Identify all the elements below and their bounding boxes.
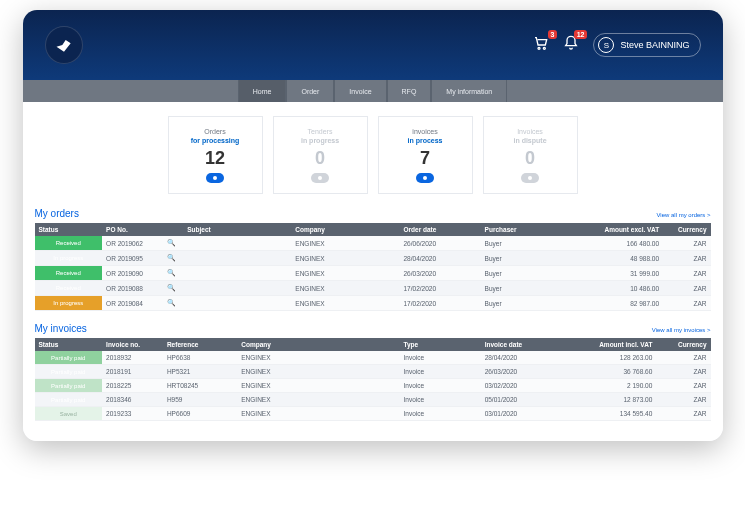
table-row[interactable]: Partially paid2018346H959ENGINEXInvoice0…	[35, 393, 711, 407]
logo[interactable]	[45, 26, 83, 64]
card-line1: Tenders	[308, 128, 333, 135]
date-cell: 26/03/2020	[400, 266, 481, 281]
company-cell: ENGINEX	[237, 407, 399, 421]
subject-cell	[183, 236, 291, 251]
notifications-button[interactable]: 12	[563, 35, 579, 55]
table-row[interactable]: Saved2019233HP6609ENGINEXInvoice03/01/20…	[35, 407, 711, 421]
status-badge: Received	[35, 236, 103, 251]
type-cell: Invoice	[400, 351, 481, 365]
col-company: Company	[291, 223, 399, 236]
amount-cell: 36 768.60	[562, 365, 657, 379]
svg-point-0	[538, 47, 540, 49]
status-badge: Received	[35, 266, 103, 281]
user-name: Steve BAINNING	[620, 40, 689, 50]
status-badge: In progress	[35, 296, 103, 311]
user-menu[interactable]: S Steve BAINNING	[593, 33, 700, 57]
amount-cell: 12 873.00	[562, 393, 657, 407]
footer-space	[23, 429, 723, 441]
nav-order[interactable]: Order	[286, 80, 334, 102]
status-badge: Saved	[35, 407, 103, 421]
company-cell: ENGINEX	[291, 296, 399, 311]
ref-cell: H959	[163, 393, 237, 407]
status-badge: Partially paid	[35, 393, 103, 407]
date-cell: 26/03/2020	[481, 365, 562, 379]
amount-cell: 134 595.40	[562, 407, 657, 421]
invoices-table: Status Invoice no. Reference Company Typ…	[35, 338, 711, 421]
ref-cell: HP6609	[163, 407, 237, 421]
table-row[interactable]: Partially paid2018932HP6638ENGINEXInvoic…	[35, 351, 711, 365]
amount-cell: 31 999.00	[575, 266, 663, 281]
col-ref: Reference	[163, 338, 237, 351]
invno-cell: 2018225	[102, 379, 163, 393]
card-value: 12	[205, 148, 225, 169]
summary-cards: Orders for processing 12 Tenders in prog…	[23, 102, 723, 204]
invoices-view-all-link[interactable]: View all my invoices >	[652, 327, 711, 333]
currency-cell: ZAR	[663, 281, 710, 296]
search-icon[interactable]: 🔍	[163, 251, 183, 266]
card-invoices-process[interactable]: invoices in process 7	[378, 116, 473, 194]
search-icon[interactable]: 🔍	[163, 296, 183, 311]
cart-button[interactable]: 3	[533, 35, 549, 55]
purchaser-cell: Buyer	[481, 251, 576, 266]
po-cell: OR 2019084	[102, 296, 163, 311]
currency-cell: ZAR	[656, 365, 710, 379]
eye-icon	[416, 173, 434, 183]
subject-cell	[183, 296, 291, 311]
invoices-title: My invoices	[35, 323, 87, 334]
table-row[interactable]: ReceivedOR 2019062🔍ENGINEX26/06/2020Buye…	[35, 236, 711, 251]
date-cell: 03/02/2020	[481, 379, 562, 393]
amount-cell: 82 987.00	[575, 296, 663, 311]
po-cell: OR 2019090	[102, 266, 163, 281]
my-orders-section: My orders View all my orders > Status PO…	[23, 204, 723, 319]
nav-rfq[interactable]: RFQ	[387, 80, 432, 102]
cart-badge: 3	[548, 30, 558, 39]
card-orders-processing[interactable]: Orders for processing 12	[168, 116, 263, 194]
table-row[interactable]: ReceivedOR 2019090🔍ENGINEX26/03/2020Buye…	[35, 266, 711, 281]
invno-cell: 2018346	[102, 393, 163, 407]
table-row[interactable]: ReceivedOR 2019088🔍ENGINEX17/02/2020Buye…	[35, 281, 711, 296]
card-line2: in dispute	[513, 137, 546, 144]
po-cell: OR 2019062	[102, 236, 163, 251]
po-cell: OR 2019095	[102, 251, 163, 266]
type-cell: Invoice	[400, 379, 481, 393]
company-cell: ENGINEX	[291, 236, 399, 251]
table-row[interactable]: Partially paid2018225HRT08245ENGINEXInvo…	[35, 379, 711, 393]
currency-cell: ZAR	[656, 379, 710, 393]
col-subject: Subject	[183, 223, 291, 236]
table-row[interactable]: In progressOR 2019084🔍ENGINEX17/02/2020B…	[35, 296, 711, 311]
card-line2: in progress	[301, 137, 339, 144]
amount-cell: 166 480.00	[575, 236, 663, 251]
company-cell: ENGINEX	[237, 393, 399, 407]
nav-my-information[interactable]: My information	[431, 80, 507, 102]
amount-cell: 128 263.00	[562, 351, 657, 365]
bird-logo-icon	[54, 35, 74, 55]
date-cell: 28/04/2020	[400, 251, 481, 266]
search-icon[interactable]: 🔍	[163, 266, 183, 281]
header-right: 3 12 S Steve BAINNING	[533, 33, 700, 57]
search-icon[interactable]: 🔍	[163, 281, 183, 296]
card-invoices-dispute[interactable]: Invoices in dispute 0	[483, 116, 578, 194]
table-row[interactable]: In progressOR 2019095🔍ENGINEX28/04/2020B…	[35, 251, 711, 266]
date-cell: 03/01/2020	[481, 407, 562, 421]
invoices-header-row: Status Invoice no. Reference Company Typ…	[35, 338, 711, 351]
card-tenders-progress[interactable]: Tenders in progress 0	[273, 116, 368, 194]
orders-header-row: Status PO No. Subject Company Order date…	[35, 223, 711, 236]
orders-view-all-link[interactable]: View all my orders >	[656, 212, 710, 218]
nav-invoice[interactable]: Invoice	[334, 80, 386, 102]
cart-icon	[533, 35, 549, 51]
date-cell: 17/02/2020	[400, 296, 481, 311]
status-badge: Partially paid	[35, 351, 103, 365]
currency-cell: ZAR	[663, 236, 710, 251]
subject-cell	[183, 281, 291, 296]
type-cell: Invoice	[400, 393, 481, 407]
orders-table: Status PO No. Subject Company Order date…	[35, 223, 711, 311]
date-cell: 05/01/2020	[481, 393, 562, 407]
search-icon[interactable]: 🔍	[163, 236, 183, 251]
status-badge: Received	[35, 281, 103, 296]
status-badge: Partially paid	[35, 365, 103, 379]
currency-cell: ZAR	[663, 296, 710, 311]
table-row[interactable]: Partially paid2018191HP5321ENGINEXInvoic…	[35, 365, 711, 379]
nav-home[interactable]: Home	[238, 80, 287, 102]
company-cell: ENGINEX	[291, 266, 399, 281]
user-initial: S	[598, 37, 614, 53]
